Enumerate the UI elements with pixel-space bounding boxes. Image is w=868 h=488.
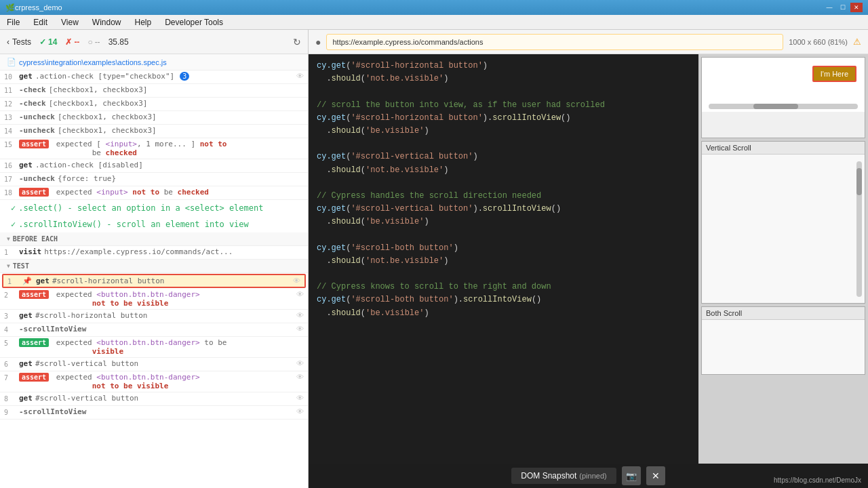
maximize-button[interactable]: ☐ — [837, 3, 849, 12]
title-text: crpress_demo — [15, 3, 62, 12]
menu-window[interactable]: Window — [85, 16, 128, 28]
args-text: .action-check [disabled] — [35, 161, 143, 169]
cmd-text: -scrollIntoView — [19, 407, 86, 416]
args-text: #scroll-vertical button — [35, 394, 138, 403]
cmd-text: -uncheck — [19, 113, 55, 121]
args-text: .action-check [type="checkbox"] — [35, 72, 174, 81]
log-row[interactable]: 14 -uncheck [checkbox1, checkbox3] — [0, 125, 308, 138]
log-row[interactable]: 15 assert expected [ <input>, 1 more... … — [0, 138, 308, 159]
code-comment: // Cypress knows to scroll to the right … — [317, 281, 690, 293]
test-row-active[interactable]: 1 📌 get #scroll-horizontal button 👁 — [2, 274, 306, 288]
tests-button[interactable]: ‹ Tests — [7, 37, 31, 47]
suite-label: .scrollIntoView() - scroll an element in… — [18, 220, 249, 229]
warning-icon: ⚠ — [853, 37, 861, 47]
row-num: 12 — [4, 99, 19, 108]
menu-edit[interactable]: Edit — [26, 16, 54, 28]
cmd-text: get — [19, 394, 33, 403]
row-num: 7 — [4, 373, 19, 382]
code-line: cy.get('#scroll-vertical button').scroll… — [317, 203, 690, 216]
cmd-text: get — [19, 311, 33, 320]
menu-view[interactable]: View — [54, 16, 85, 28]
pin-icon: 📌 — [22, 277, 32, 285]
log-row[interactable]: 7 assert expected <button.btn.btn-danger… — [0, 371, 308, 392]
eye-icon: 👁 — [296, 290, 304, 299]
vertical-scrollbar[interactable] — [856, 161, 862, 297]
log-row[interactable]: 6 get #scroll-vertical button 👁 — [0, 358, 308, 371]
code-line: .should('not.be.visible') — [317, 255, 690, 268]
both-scroll-label: Both Scroll — [702, 307, 865, 320]
args-text: expected <button.btn.btn-danger> to be v… — [52, 338, 226, 356]
command-log[interactable]: 10 get .action-check [type="checkbox"] 3… — [0, 70, 308, 488]
dom-snapshot-label: DOM Snapshot — [521, 471, 576, 481]
right-area: ● 1000 x 660 (81%) ⚠ cy.get('#scroll-hor… — [309, 30, 868, 488]
snapshot-close-button[interactable]: ✕ — [646, 466, 665, 485]
log-row[interactable]: 17 -uncheck {force: true} — [0, 173, 308, 186]
args-text: [checkbox1, checkbox3] — [49, 99, 148, 108]
close-button[interactable]: ✕ — [850, 3, 863, 12]
log-row[interactable]: 4 -scrollIntoView 👁 — [0, 323, 308, 337]
eye-icon: 👁 — [296, 394, 304, 403]
im-here-button[interactable]: I'm Here — [812, 66, 856, 82]
suite-scrollintoview[interactable]: ✓ .scrollIntoView() - scroll an element … — [0, 216, 308, 232]
args-text: https://example.cypress.io/commands/act.… — [44, 247, 233, 256]
log-row[interactable]: 5 assert expected <button.btn.btn-danger… — [0, 337, 308, 358]
eye-icon: 👁 — [293, 277, 300, 285]
code-comment: // scroll the button into view, as if th… — [317, 99, 690, 112]
duration: 35.85 — [108, 37, 129, 47]
log-row[interactable]: 18 assert expected <input> not to be che… — [0, 186, 308, 200]
log-row[interactable]: 10 get .action-check [type="checkbox"] 3… — [0, 70, 308, 84]
log-row[interactable]: 3 get #scroll-horizontal button 👁 — [0, 310, 308, 323]
vertical-scroll-label: Vertical Scroll — [702, 142, 865, 155]
both-scroll-box: Both Scroll — [701, 306, 865, 375]
args-text: [checkbox1, checkbox3] — [58, 126, 157, 135]
log-row[interactable]: 11 -check [checkbox1, checkbox3] — [0, 84, 308, 98]
x-icon: ✗ — [65, 37, 72, 47]
scrollbar-thumb — [856, 168, 862, 195]
horizontal-scrollbar[interactable] — [709, 104, 858, 109]
code-line: cy.get('#scroll-horizontal button').scro… — [317, 112, 690, 125]
log-row[interactable]: 9 -scrollIntoView 👁 — [0, 406, 308, 420]
reload-button[interactable]: ↻ — [293, 37, 301, 47]
row-num: 4 — [4, 325, 19, 333]
suite-select[interactable]: ✓ .select() - select an option in a <sel… — [0, 200, 308, 216]
triangle-icon: ▼ — [7, 263, 10, 269]
minimize-button[interactable]: — — [823, 3, 835, 12]
snapshot-camera-button[interactable]: 📷 — [622, 466, 641, 485]
circle-icon: ○ — [87, 37, 92, 47]
check-icon: ✓ — [11, 203, 16, 213]
row-num: 6 — [4, 359, 19, 368]
cmd-text: visit — [19, 247, 41, 256]
assert-badge: assert — [19, 188, 49, 197]
row-num: 2 — [4, 290, 19, 299]
args-text: #scroll-vertical button — [35, 359, 138, 368]
log-row[interactable]: 16 get .action-check [disabled] — [0, 159, 308, 173]
row-num: 10 — [4, 72, 19, 81]
menu-developer-tools[interactable]: Developer Tools — [158, 16, 230, 28]
main-layout: ‹ Tests ✓ 14 ✗ -- ○ -- 35.85 ↻ 📄 cypress… — [0, 30, 868, 488]
log-row[interactable]: 12 -check [checkbox1, checkbox3] — [0, 98, 308, 111]
row-num: 14 — [4, 126, 19, 135]
pinned-label: (pinned) — [579, 472, 606, 480]
code-line: .should('be.visible') — [317, 216, 690, 228]
suite-label: .select() - select an option in a <selec… — [18, 203, 263, 213]
horizontal-scroll-content: I'm Here — [702, 58, 865, 112]
before-each-row[interactable]: 1 visit https://example.cypress.io/comma… — [0, 246, 308, 260]
file-icon: 📄 — [7, 58, 16, 66]
eye-icon: 👁 — [296, 407, 304, 416]
log-row[interactable]: 8 get #scroll-vertical button 👁 — [0, 392, 308, 406]
code-line: cy.get('#scroll-vertical button') — [317, 150, 690, 163]
bottom-bar: DOM Snapshot (pinned) 📷 ✕ https://blog.c… — [309, 464, 868, 488]
code-comment: // Cypress handles the scroll direction … — [317, 190, 690, 203]
log-row[interactable]: 2 assert expected <button.btn.btn-danger… — [0, 289, 308, 310]
url-input[interactable] — [326, 34, 783, 50]
before-each-header: ▼ BEFORE EACH — [0, 232, 308, 246]
menu-help[interactable]: Help — [128, 16, 159, 28]
cmd-text: get — [19, 161, 33, 169]
dom-snapshot-button[interactable]: DOM Snapshot (pinned) — [511, 468, 616, 484]
cmd-text: get — [36, 277, 50, 285]
log-row[interactable]: 13 -uncheck [checkbox1, checkbox3] — [0, 111, 308, 125]
assert-badge: assert — [19, 338, 49, 347]
row-num: 5 — [4, 338, 19, 347]
code-line: cy.get('#scroll-both button') — [317, 242, 690, 255]
menu-file[interactable]: File — [0, 16, 26, 28]
